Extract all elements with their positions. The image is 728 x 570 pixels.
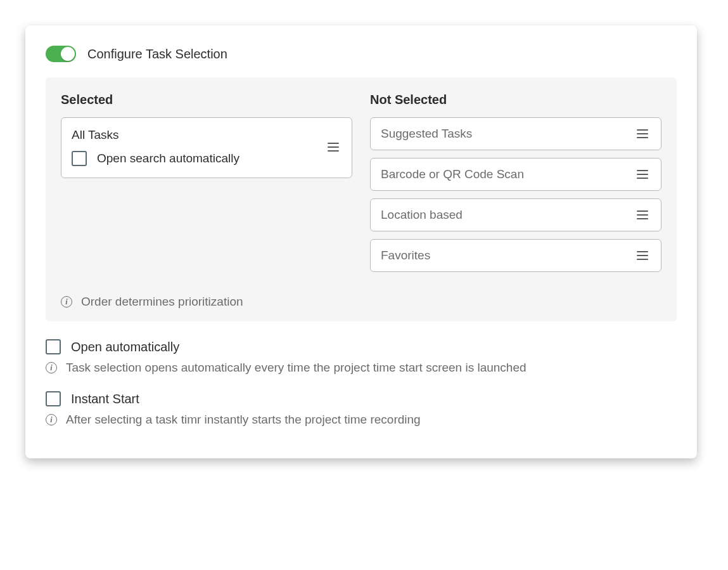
selected-header: Selected [61,93,352,107]
not-selected-header: Not Selected [370,93,661,107]
item-label: Favorites [381,249,430,262]
drag-handle-icon[interactable] [325,140,342,154]
columns-container: Selected All Tasks Open search automatic… [61,93,661,280]
open-automatically-checkbox[interactable] [46,339,61,354]
toggle-knob [61,47,75,61]
info-icon: i [46,362,57,373]
selected-item-title: All Tasks [72,128,317,142]
option-instant-start: Instant Start i After selecting a task t… [46,391,677,427]
drag-handle-icon[interactable] [634,208,651,222]
item-label: Suggested Tasks [381,127,472,141]
instant-start-hint: After selecting a task timr instantly st… [66,413,421,427]
instant-start-label: Instant Start [71,392,139,406]
header-title: Configure Task Selection [87,47,227,62]
not-selected-item-location-based[interactable]: Location based [370,198,661,231]
option-header: Instant Start [46,391,677,406]
not-selected-item-barcode-qr[interactable]: Barcode or QR Code Scan [370,158,661,191]
configure-toggle[interactable] [46,46,76,62]
option-info-row: i Task selection opens automatically eve… [46,361,677,375]
open-search-auto-label: Open search automatically [97,152,239,165]
info-icon: i [46,414,57,425]
drag-handle-icon[interactable] [634,127,651,141]
open-automatically-label: Open automatically [71,340,179,354]
option-header: Open automatically [46,339,677,354]
task-selection-panel: Selected All Tasks Open search automatic… [46,77,677,321]
option-open-automatically: Open automatically i Task selection open… [46,339,677,375]
not-selected-column: Not Selected Suggested Tasks Barcode or … [370,93,661,280]
instant-start-checkbox[interactable] [46,391,61,406]
selected-column: Selected All Tasks Open search automatic… [61,93,352,280]
item-label: Barcode or QR Code Scan [381,167,524,181]
drag-handle-icon[interactable] [634,249,651,262]
panel-info-text: Order determines prioritization [81,295,243,309]
item-label: Location based [381,208,463,222]
open-automatically-hint: Task selection opens automatically every… [66,361,527,375]
option-info-row: i After selecting a task timr instantly … [46,413,677,427]
not-selected-item-favorites[interactable]: Favorites [370,239,661,272]
drag-handle-icon[interactable] [634,167,651,181]
selected-item-all-tasks[interactable]: All Tasks Open search automatically [61,117,352,178]
header-row: Configure Task Selection [46,46,677,62]
open-search-auto-checkbox[interactable] [72,151,87,166]
panel-info-row: i Order determines prioritization [61,295,661,309]
info-icon: i [61,296,72,308]
open-search-auto-row: Open search automatically [72,151,317,166]
not-selected-item-suggested-tasks[interactable]: Suggested Tasks [370,117,661,150]
settings-card: Configure Task Selection Selected All Ta… [25,25,697,458]
selected-item-content: All Tasks Open search automatically [72,128,317,166]
